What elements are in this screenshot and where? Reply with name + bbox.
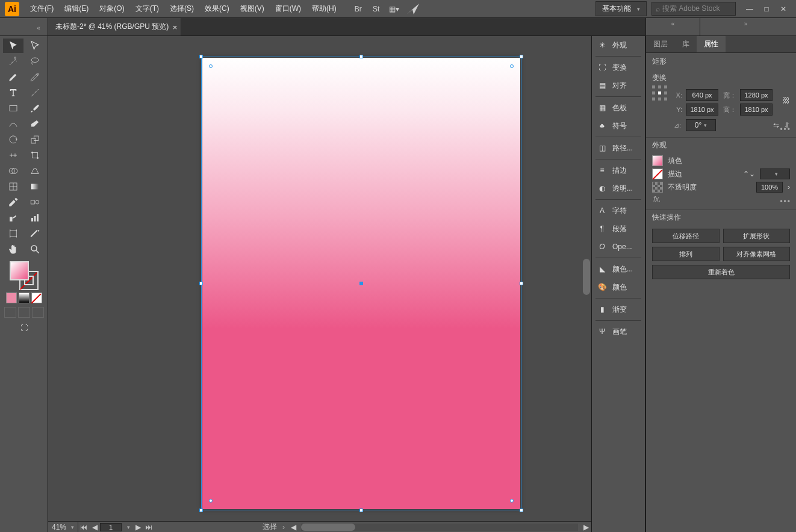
perspective-tool[interactable] (25, 164, 45, 178)
artboard-tool[interactable] (3, 226, 23, 241)
fill-swatch[interactable] (10, 261, 29, 280)
panel-colorguide[interactable]: ◣颜色... (592, 260, 645, 278)
vertical-scrollbar[interactable] (582, 36, 591, 521)
panel-appearance[interactable]: ☀外观 (592, 36, 645, 54)
artboard[interactable] (202, 58, 520, 509)
stroke-weight-dropdown[interactable] (760, 169, 790, 179)
blend-tool[interactable] (25, 195, 45, 209)
opacity-menu-icon[interactable]: › (788, 183, 790, 191)
y-input[interactable] (686, 104, 718, 116)
none-mode-swatch[interactable] (31, 292, 42, 303)
collapse-midstrip-icon[interactable]: « (646, 18, 700, 36)
panel-color[interactable]: 🎨颜色 (592, 278, 645, 296)
resize-handle[interactable] (520, 282, 523, 285)
x-input[interactable] (686, 89, 718, 101)
lasso-tool[interactable] (25, 54, 45, 69)
pen-tool[interactable] (3, 70, 23, 84)
stock-icon[interactable]: St (369, 2, 384, 16)
first-artboard-button[interactable]: ⏮ (78, 522, 89, 532)
menu-object[interactable]: 对象(O) (95, 1, 129, 16)
resize-handle[interactable] (520, 509, 523, 512)
gpu-icon[interactable] (405, 2, 420, 16)
screen-mode-button[interactable]: ⛶ (16, 323, 32, 333)
color-mode-swatch[interactable] (6, 292, 17, 303)
curvature-tool[interactable] (25, 70, 45, 84)
angle-input[interactable]: 0° (686, 119, 716, 131)
arrange-docs-icon[interactable]: ▦▾ (387, 2, 402, 16)
width-tool[interactable] (3, 148, 23, 162)
resize-handle[interactable] (199, 509, 203, 512)
offset-path-button[interactable]: 位移路径 (652, 229, 720, 243)
panel-gradient[interactable]: ▮渐变 (592, 300, 645, 318)
artboard-number-input[interactable] (100, 523, 122, 531)
align-pixel-button[interactable]: 对齐像素网格 (723, 247, 791, 261)
mesh-tool[interactable] (3, 179, 23, 194)
panel-transparency[interactable]: ◐透明... (592, 179, 645, 197)
fx-button[interactable]: fx. (652, 195, 790, 203)
direct-selection-tool[interactable] (25, 39, 45, 53)
menu-view[interactable]: 视图(V) (235, 1, 269, 16)
appearance-more-icon[interactable]: ••• (780, 197, 791, 206)
height-input[interactable] (740, 104, 773, 116)
menu-effect[interactable]: 效果(C) (200, 1, 234, 16)
eraser-tool[interactable] (25, 117, 45, 131)
type-tool[interactable] (3, 85, 23, 100)
shaper-tool[interactable] (3, 117, 23, 131)
zoom-dropdown[interactable]: 41% (48, 522, 78, 533)
menu-select[interactable]: 选择(S) (165, 1, 199, 16)
workspace-dropdown[interactable]: 基本功能 (595, 1, 647, 16)
fill-stroke-control[interactable] (10, 261, 39, 290)
line-tool[interactable] (25, 85, 45, 100)
resize-handle[interactable] (520, 55, 523, 58)
panel-swatches[interactable]: ▦色板 (592, 99, 645, 117)
minimize-button[interactable]: ― (742, 4, 757, 14)
tab-libraries[interactable]: 库 (675, 36, 697, 52)
maximize-button[interactable]: □ (759, 4, 774, 14)
corner-anchor[interactable] (510, 64, 514, 68)
transform-more-icon[interactable]: ••• (780, 125, 791, 134)
menu-type[interactable]: 文字(T) (131, 1, 164, 16)
eyedropper-tool[interactable] (3, 195, 23, 209)
close-button[interactable]: ✕ (776, 4, 791, 14)
expand-shape-button[interactable]: 扩展形状 (723, 229, 791, 243)
panel-opentype[interactable]: OOpe... (592, 238, 645, 256)
link-wh-icon[interactable]: ⛓ (783, 96, 790, 105)
panel-symbols[interactable]: ♣符号 (592, 117, 645, 135)
gradient-mode-swatch[interactable] (19, 292, 30, 303)
paintbrush-tool[interactable] (25, 101, 45, 116)
bridge-icon[interactable]: Br (351, 2, 365, 16)
opacity-input[interactable] (756, 182, 783, 193)
flip-horizontal-icon[interactable]: ⇋ (773, 121, 779, 129)
horizontal-scrollbar[interactable] (301, 524, 578, 531)
next-artboard-button[interactable]: ▶ (132, 522, 143, 532)
menu-window[interactable]: 窗口(W) (270, 1, 306, 16)
artboard-nav-dropdown[interactable] (122, 522, 132, 532)
free-transform-tool[interactable] (25, 148, 45, 162)
selection-tool[interactable] (3, 39, 23, 53)
arrange-button[interactable]: 排列 (652, 247, 720, 261)
resize-handle[interactable] (199, 55, 203, 58)
shape-builder-tool[interactable] (3, 164, 23, 178)
tab-layers[interactable]: 图层 (646, 36, 675, 52)
prev-artboard-button[interactable]: ◀ (89, 522, 100, 532)
panel-character[interactable]: A字符 (592, 202, 645, 220)
gradient-tool[interactable] (25, 179, 45, 194)
resize-handle[interactable] (359, 509, 363, 512)
corner-anchor[interactable] (209, 64, 213, 68)
recolor-button[interactable]: 重新着色 (652, 265, 790, 279)
menu-edit[interactable]: 编辑(E) (60, 1, 93, 16)
corner-anchor[interactable] (209, 499, 213, 503)
resize-handle[interactable] (359, 55, 363, 58)
panel-brushes[interactable]: Ψ画笔 (592, 323, 645, 341)
slice-tool[interactable] (25, 226, 45, 241)
symbol-sprayer-tool[interactable] (3, 211, 23, 225)
magic-wand-tool[interactable] (3, 54, 23, 69)
panel-transform[interactable]: ⛶变换 (592, 58, 645, 76)
stroke-weight-stepper[interactable]: ⌃⌄ (743, 170, 755, 178)
graph-tool[interactable] (25, 211, 45, 225)
last-artboard-button[interactable]: ⏭ (143, 522, 154, 532)
hand-tool[interactable] (3, 242, 23, 256)
panel-paragraph[interactable]: ¶段落 (592, 220, 645, 238)
menu-help[interactable]: 帮助(H) (307, 1, 341, 16)
fill-swatch-prop[interactable] (652, 155, 663, 166)
